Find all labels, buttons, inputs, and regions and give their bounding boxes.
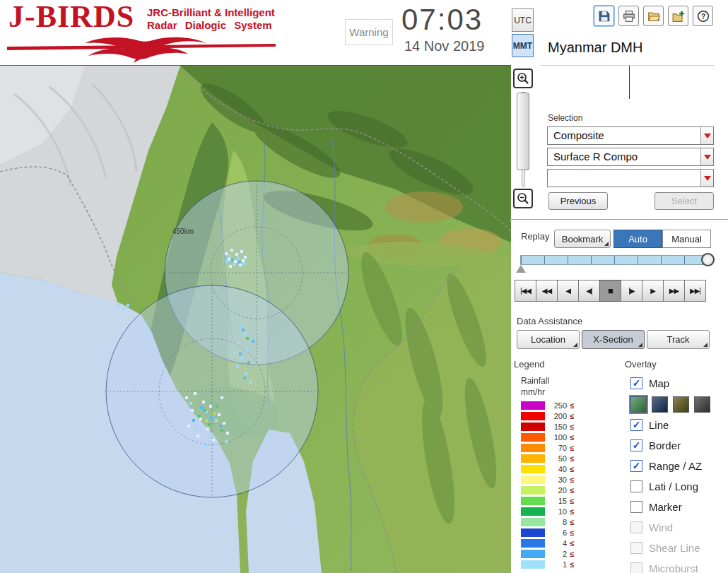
- zoom-out-button[interactable]: [513, 189, 533, 208]
- overlay-item-label: Lati / Long: [649, 480, 698, 492]
- legend-row: 70≤: [521, 442, 574, 453]
- radar-map[interactable]: 450km: [0, 66, 511, 573]
- legend-row: 50≤: [521, 453, 574, 463]
- open-folder-button[interactable]: [643, 6, 664, 26]
- legend-unit: mm/hr: [521, 387, 545, 397]
- overlay-item-range-az[interactable]: ✓Range / AZ: [630, 456, 728, 476]
- legend-value: 100: [548, 433, 567, 442]
- auto-mode-button[interactable]: Auto: [613, 230, 662, 248]
- unchecked-checkbox[interactable]: [630, 562, 642, 573]
- print-button[interactable]: [618, 6, 639, 26]
- composite-dropdown-value: Composite: [553, 127, 604, 144]
- mmt-button[interactable]: MMT: [512, 34, 534, 57]
- legend-row: 40≤: [521, 463, 574, 474]
- overlay-item-label: Line: [649, 419, 669, 431]
- playback-play-button[interactable]: ▶: [642, 280, 664, 302]
- legend-lte-sign: ≤: [570, 497, 574, 505]
- unchecked-checkbox[interactable]: [630, 542, 642, 554]
- legend-value: 2: [548, 550, 567, 558]
- legend-color-swatch: [521, 539, 545, 548]
- map-style-swatch-2[interactable]: [673, 396, 689, 413]
- legend-row: 2≤: [521, 548, 574, 559]
- chevron-down-icon[interactable]: [700, 127, 713, 144]
- legend-label: Legend: [514, 359, 544, 370]
- legend-lte-sign: ≤: [570, 518, 574, 526]
- zoom-slider-thumb[interactable]: [517, 93, 529, 170]
- product-dropdown[interactable]: Surface R Compo: [547, 148, 714, 166]
- legend-color-swatch: [521, 465, 545, 473]
- option-dropdown[interactable]: [547, 169, 714, 187]
- chevron-down-icon[interactable]: [700, 148, 713, 165]
- overlay-item-lati-long[interactable]: Lati / Long: [630, 476, 728, 497]
- overlay-item-wind[interactable]: Wind: [630, 517, 728, 538]
- map-style-swatch-1[interactable]: [652, 396, 668, 413]
- location-button[interactable]: Location: [517, 330, 580, 349]
- overlay-item-microburst[interactable]: Microburst: [630, 558, 728, 573]
- overlay-list: ✓Map✓Line✓Border✓Range / AZLati / LongMa…: [630, 373, 728, 573]
- legend-value: 20: [548, 486, 567, 495]
- legend-lte-sign: ≤: [570, 401, 574, 410]
- eagle-logo-icon: [6, 35, 277, 64]
- legend-value: 4: [548, 539, 567, 548]
- legend-color-swatch: [521, 433, 545, 442]
- logo-subtitle-2: Radar Dialogic System: [147, 19, 272, 31]
- timeline-thumb[interactable]: [701, 253, 715, 266]
- legend-value: 40: [548, 465, 567, 473]
- unchecked-checkbox[interactable]: [630, 480, 642, 492]
- add-folder-button[interactable]: [668, 6, 688, 26]
- composite-dropdown[interactable]: Composite: [547, 126, 714, 145]
- map-style-swatch-3[interactable]: [694, 396, 710, 413]
- playback-first-button[interactable]: |◀◀: [515, 280, 536, 302]
- manual-mode-button[interactable]: Manual: [662, 230, 711, 248]
- select-button[interactable]: Select: [654, 192, 714, 210]
- legend-lte-sign: ≤: [570, 465, 574, 473]
- zoom-in-button[interactable]: [513, 69, 533, 88]
- xsection-button[interactable]: X-Section: [582, 330, 645, 349]
- station-name: Myanmar DMH: [548, 40, 642, 56]
- timeline-start-marker: [516, 265, 526, 273]
- legend-value: 1: [548, 560, 567, 569]
- legend-rows: 250≤200≤150≤100≤70≤50≤40≤30≤20≤15≤10≤8≤6…: [521, 400, 574, 569]
- playback-fast-rewind-button[interactable]: ◀◀: [536, 280, 558, 302]
- warning-button[interactable]: Warning: [345, 19, 393, 45]
- map-style-swatch-0[interactable]: [630, 396, 647, 413]
- utc-button[interactable]: UTC: [512, 8, 534, 32]
- legend-lte-sign: ≤: [570, 412, 574, 420]
- legend-value: 10: [548, 507, 567, 516]
- legend-row: 30≤: [521, 474, 574, 485]
- playback-rewind-button[interactable]: ◀: [557, 280, 579, 302]
- previous-button[interactable]: Previous: [548, 192, 608, 210]
- playback-last-button[interactable]: ▶▶|: [684, 280, 706, 302]
- legend-lte-sign: ≤: [570, 486, 574, 495]
- playback-fast-forward-button[interactable]: ▶▶: [663, 280, 685, 302]
- logo-subtitle-1: JRC-Brilliant & Intelligent: [147, 6, 275, 18]
- bookmark-button[interactable]: Bookmark: [554, 230, 611, 248]
- playback-step-forward-button[interactable]: |▶: [621, 280, 642, 302]
- legend-color-swatch: [521, 497, 545, 505]
- help-button[interactable]: ?: [693, 6, 713, 26]
- checked-checkbox[interactable]: ✓: [630, 419, 642, 431]
- app-logo: J-BIRDS: [8, 0, 134, 35]
- unchecked-checkbox[interactable]: [630, 521, 642, 533]
- chevron-down-icon[interactable]: [700, 170, 713, 187]
- overlay-item-border[interactable]: ✓Border: [630, 435, 728, 456]
- overlay-item-label: Wind: [649, 521, 673, 533]
- save-button[interactable]: [594, 6, 614, 26]
- replay-timeline-slider[interactable]: [520, 255, 712, 265]
- replay-label: Replay: [521, 231, 549, 242]
- legend-lte-sign: ≤: [570, 539, 574, 548]
- overlay-item-marker[interactable]: Marker: [630, 497, 728, 517]
- track-button[interactable]: Track: [647, 330, 710, 349]
- legend-color-swatch: [521, 528, 545, 537]
- playback-stop-button[interactable]: ■: [599, 280, 621, 302]
- unchecked-checkbox[interactable]: [630, 501, 642, 513]
- checked-checkbox[interactable]: ✓: [630, 377, 642, 389]
- overlay-item-shear-line[interactable]: Shear Line: [630, 538, 728, 558]
- overlay-item-map[interactable]: ✓Map: [630, 373, 728, 394]
- legend-lte-sign: ≤: [570, 454, 574, 463]
- magnifier-minus-icon: [516, 191, 530, 206]
- checked-checkbox[interactable]: ✓: [630, 439, 642, 451]
- playback-step-back-button[interactable]: ◀|: [578, 280, 600, 302]
- checked-checkbox[interactable]: ✓: [630, 460, 642, 472]
- overlay-item-line[interactable]: ✓Line: [630, 415, 728, 435]
